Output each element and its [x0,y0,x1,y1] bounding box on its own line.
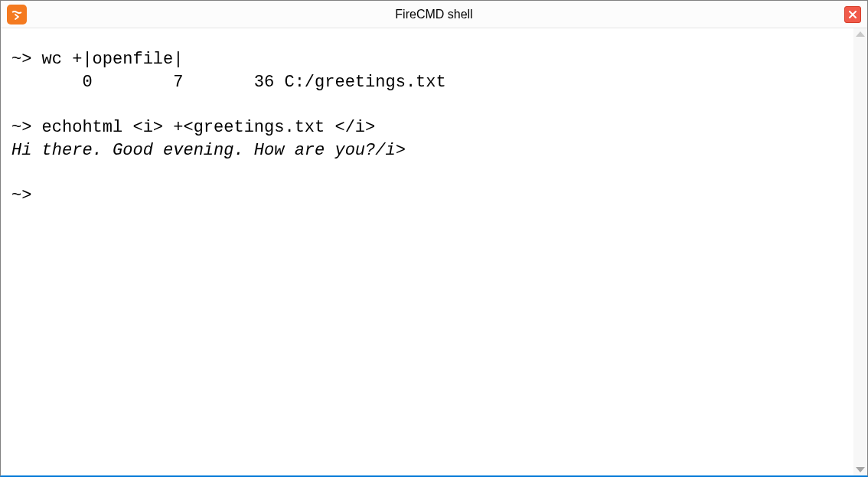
window-title: FireCMD shell [395,8,472,21]
output-line-1: 0 7 36 C:/greetings.txt [11,73,446,92]
app-icon [7,5,27,25]
cmd-line-1: ~> wc +|openfile| [11,50,183,69]
output-line-2: Hi there. Good evening. How are you?/i> [11,141,406,160]
close-button[interactable] [844,6,861,23]
scroll-up-icon[interactable] [856,31,865,37]
close-icon [848,10,857,19]
scroll-down-icon[interactable] [856,467,865,472]
cmd-line-2: ~> echohtml <i> +<greetings.txt </i> [11,118,375,137]
terminal-output[interactable]: ~> wc +|openfile| 0 7 36 C:/greetings.tx… [1,28,853,475]
vertical-scrollbar[interactable] [853,28,867,475]
title-bar: FireCMD shell [1,1,867,28]
content-area: ~> wc +|openfile| 0 7 36 C:/greetings.tx… [1,28,867,475]
prompt-line: ~> [11,186,42,205]
